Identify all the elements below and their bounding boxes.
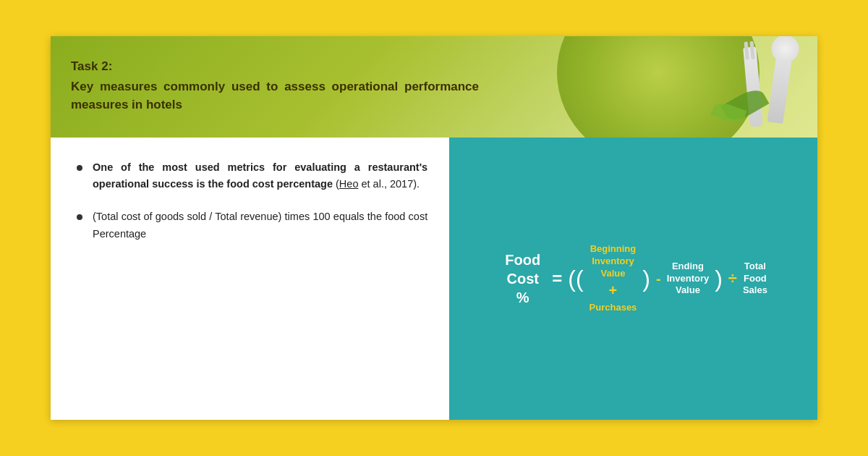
bullet-dot (77, 214, 82, 220)
header-task: Task 2: (71, 59, 479, 74)
content-area: One of the most used metrics for evaluat… (51, 138, 817, 420)
beginning-inventory-label: BeginningInventoryValue (590, 243, 637, 280)
header: Task 2: Key measures commonly used to as… (51, 36, 817, 138)
plus-sign: + (609, 282, 618, 299)
bullet-text-1: One of the most used metrics for evaluat… (93, 159, 427, 193)
close-paren-2: ) (715, 267, 723, 290)
left-panel: One of the most used metrics for evaluat… (51, 138, 449, 420)
ending-inventory-block: EndingInventoryValue (667, 261, 710, 297)
header-title: Key measures commonly used to assess ope… (71, 78, 479, 114)
minus-sign: - (656, 271, 661, 287)
open-double-paren: (( (568, 267, 583, 290)
formula-food-cost-label: FoodCost% (499, 250, 546, 307)
header-image (514, 36, 817, 138)
ending-inventory-label: EndingInventoryValue (667, 261, 710, 297)
formula-panel: FoodCost% = (( BeginningInventoryValue +… (449, 138, 817, 420)
slide: Task 2: Key measures commonly used to as… (51, 36, 817, 420)
divide-sign: ÷ (728, 269, 737, 288)
spoon-icon (767, 43, 793, 124)
total-sales-block: TotalFoodSales (743, 261, 767, 297)
header-text: Task 2: Key measures commonly used to as… (51, 46, 499, 127)
purchases-label: Purchases (590, 302, 637, 314)
list-item: (Total cost of goods sold / Total revenu… (77, 208, 427, 242)
cutlery-decoration (673, 43, 803, 130)
list-item: One of the most used metrics for evaluat… (77, 159, 427, 193)
bullet-text-2: (Total cost of goods sold / Total revenu… (93, 208, 427, 242)
bullet-dot (77, 165, 82, 171)
inventory-block: BeginningInventoryValue + Purchases (590, 243, 637, 315)
food-decoration (514, 36, 817, 138)
total-food-sales-label: TotalFoodSales (743, 261, 767, 297)
formula-equals: = (552, 269, 562, 289)
bullet-list: One of the most used metrics for evaluat… (77, 159, 427, 242)
citation-link: Heo (339, 178, 359, 190)
close-paren-1: ) (642, 267, 650, 290)
formula-container: FoodCost% = (( BeginningInventoryValue +… (499, 243, 767, 315)
food-cost-text: FoodCost% (499, 250, 546, 307)
